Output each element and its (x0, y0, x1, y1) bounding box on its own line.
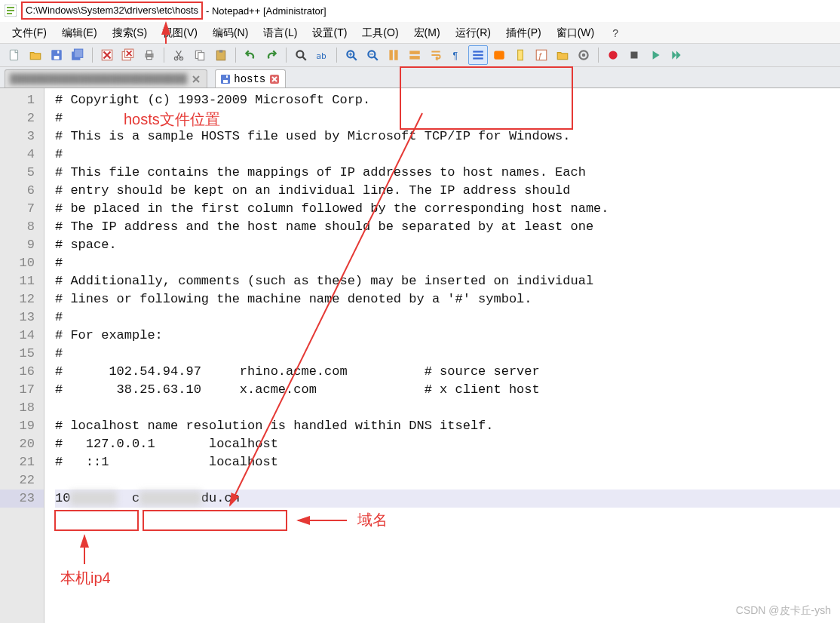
toolbar-separator (286, 48, 287, 63)
doc-map-button[interactable] (510, 45, 530, 65)
code-line[interactable]: # This is a sample HOSTS file used by Mi… (55, 127, 840, 146)
svg-rect-53 (226, 75, 228, 78)
show-all-chars-button[interactable]: ¶ (447, 45, 467, 65)
toolbar-separator (235, 48, 236, 63)
monitor-button[interactable] (574, 45, 593, 65)
copy-button[interactable] (190, 45, 210, 65)
editor[interactable]: 1234567891011121314151617181920212223 # … (0, 87, 840, 623)
sync-h-button[interactable] (405, 45, 425, 65)
title-file-path: C:\Windows\System32\drivers\etc\hosts (21, 2, 203, 20)
menu-macro[interactable]: 宏(M) (408, 25, 446, 41)
tab-inactive[interactable]: ████████████████████████████ (5, 69, 207, 88)
close-button[interactable] (97, 45, 117, 65)
replace-button[interactable]: ab (312, 45, 332, 65)
toolbar: ab ¶ ƒ (0, 43, 840, 67)
sync-v-button[interactable] (384, 45, 403, 65)
code-line[interactable]: # 38.25.63.10 x.acme.com # x client host (55, 381, 840, 399)
svg-point-47 (609, 51, 617, 59)
code-line[interactable] (55, 471, 840, 490)
code-line[interactable]: # 102.54.94.97 rhino.acme.com # source s… (55, 363, 840, 381)
print-button[interactable] (139, 45, 159, 65)
code-line[interactable]: # (55, 345, 840, 363)
code-line[interactable] (55, 399, 840, 417)
menu-encode[interactable]: 编码(N) (207, 25, 254, 41)
new-file-button[interactable] (5, 45, 24, 65)
line-number: 11 (0, 272, 44, 290)
code-line[interactable]: # The IP address and the host name shoul… (55, 218, 840, 236)
close-all-button[interactable] (118, 45, 138, 65)
menu-search[interactable]: 搜索(S) (106, 25, 154, 41)
code-line[interactable]: # (55, 254, 840, 272)
app-icon (5, 5, 17, 17)
svg-rect-20 (198, 53, 204, 60)
code-line[interactable]: # lines or following the machine name de… (55, 290, 840, 308)
menu-file[interactable]: 文件(F) (6, 25, 53, 41)
toolbar-separator (92, 48, 93, 63)
menu-run[interactable]: 运行(R) (449, 25, 497, 41)
svg-rect-16 (147, 57, 152, 59)
menu-plugin[interactable]: 插件(P) (500, 25, 547, 41)
open-file-button[interactable] (26, 45, 45, 65)
disk-icon (220, 74, 231, 84)
tab-close-icon[interactable] (192, 75, 201, 84)
tab-hosts[interactable]: hosts (215, 69, 286, 88)
code-line[interactable]: # entry should be kept on an individual … (55, 182, 840, 200)
code-line[interactable]: # (55, 308, 840, 327)
svg-rect-38 (473, 51, 483, 52)
svg-rect-48 (631, 52, 638, 59)
indent-guide-button[interactable] (468, 45, 488, 65)
svg-point-23 (296, 51, 303, 57)
save-button[interactable] (47, 45, 66, 65)
paste-button[interactable] (211, 45, 231, 65)
host-suffix: du.cn (201, 491, 240, 505)
save-all-button[interactable] (68, 45, 87, 65)
tab-close-icon[interactable] (270, 75, 279, 84)
svg-rect-15 (147, 51, 152, 54)
code-line[interactable]: # (55, 109, 840, 127)
svg-rect-42 (518, 50, 523, 60)
code-line[interactable]: # ::1 localhost (55, 453, 840, 471)
cut-button[interactable] (169, 45, 189, 65)
record-macro-button[interactable] (603, 45, 623, 65)
line-number: 2 (0, 109, 44, 127)
code-line[interactable]: # (55, 146, 840, 164)
function-list-button[interactable]: ƒ (532, 45, 551, 65)
svg-text:ƒ: ƒ (538, 51, 543, 60)
menu-setting[interactable]: 设置(T) (306, 25, 353, 41)
code-line[interactable]: # 127.0.0.1 localhost (55, 435, 840, 453)
svg-rect-4 (57, 51, 59, 53)
line-number: 9 (0, 236, 44, 254)
code-line[interactable]: # This file contains the mappings of IP … (55, 164, 840, 182)
svg-rect-34 (394, 50, 398, 60)
zoom-out-button[interactable] (363, 45, 382, 65)
redo-button[interactable] (262, 45, 281, 65)
code-area[interactable]: # Copyright (c) 1993-2009 Microsoft Corp… (44, 88, 840, 623)
svg-point-46 (582, 54, 586, 57)
svg-rect-33 (389, 50, 393, 60)
svg-rect-41 (494, 51, 504, 59)
menu-help[interactable]: ? (606, 26, 624, 41)
line-number: 21 (0, 453, 44, 471)
code-line[interactable]: # Additionally, comments (such as these)… (55, 272, 840, 290)
zoom-in-button[interactable] (342, 45, 361, 65)
undo-button[interactable] (241, 45, 260, 65)
code-line[interactable]: # For example: (55, 327, 840, 345)
code-line-current[interactable]: 10██████ c████████du.cn (55, 490, 840, 508)
wordwrap-button[interactable] (426, 45, 446, 65)
svg-rect-35 (409, 51, 420, 54)
folder-button[interactable] (553, 45, 572, 65)
code-line[interactable]: # Copyright (c) 1993-2009 Microsoft Corp… (55, 91, 840, 109)
play-macro-button[interactable] (645, 45, 665, 65)
menu-tools[interactable]: 工具(O) (356, 25, 404, 41)
menu-view[interactable]: 视图(V) (156, 25, 204, 41)
userlang-button[interactable] (489, 45, 509, 65)
code-line[interactable]: # localhost name resolution is handled w… (55, 417, 840, 435)
play-multi-button[interactable] (667, 45, 686, 65)
find-button[interactable] (291, 45, 311, 65)
menu-edit[interactable]: 编辑(E) (56, 25, 103, 41)
code-line[interactable]: # be placed in the first column followed… (55, 200, 840, 218)
code-line[interactable]: # space. (55, 236, 840, 254)
menu-window[interactable]: 窗口(W) (550, 25, 601, 41)
menu-lang[interactable]: 语言(L) (257, 25, 303, 41)
stop-macro-button[interactable] (624, 45, 644, 65)
